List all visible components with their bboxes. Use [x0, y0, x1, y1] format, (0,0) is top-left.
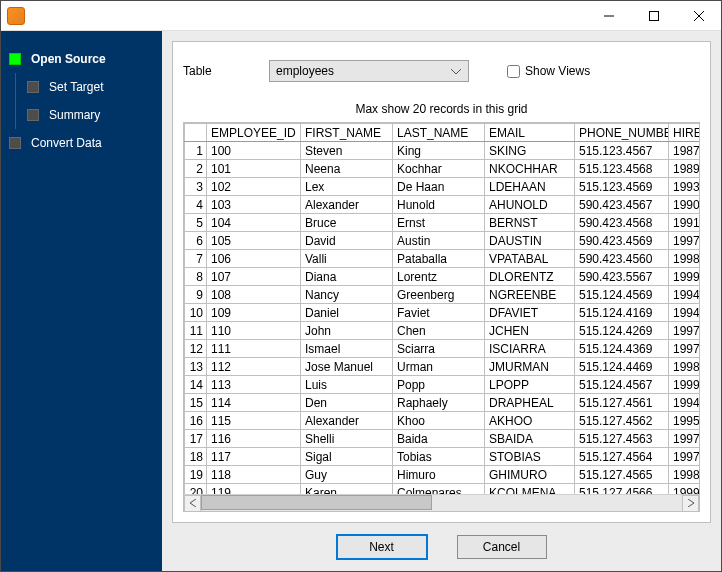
- cell: 590.423.4567: [575, 196, 669, 214]
- cell: 1998-3: [669, 358, 700, 376]
- cell: Karen: [301, 484, 393, 495]
- cell: Hunold: [393, 196, 485, 214]
- cell: Pataballa: [393, 250, 485, 268]
- table-selector-row: Table employees Show Views: [183, 60, 700, 82]
- cell: 105: [207, 232, 301, 250]
- cell: 118: [207, 466, 301, 484]
- column-header[interactable]: PHONE_NUMBER: [575, 124, 669, 142]
- cell: ISCIARRA: [485, 340, 575, 358]
- table-dropdown[interactable]: employees: [269, 60, 469, 82]
- cell: 590.423.4560: [575, 250, 669, 268]
- row-number-cell: 17: [185, 430, 207, 448]
- cell: Greenberg: [393, 286, 485, 304]
- column-header[interactable]: LAST_NAME: [393, 124, 485, 142]
- cell: 107: [207, 268, 301, 286]
- cell: Ismael: [301, 340, 393, 358]
- table-row[interactable]: 16115AlexanderKhooAKHOO515.127.45621995-…: [185, 412, 700, 430]
- cell: John: [301, 322, 393, 340]
- table-row[interactable]: 20119KarenColmenaresKCOLMENA515.127.4566…: [185, 484, 700, 495]
- table-row[interactable]: 11110JohnChenJCHEN515.124.42691997-9: [185, 322, 700, 340]
- row-number-cell: 14: [185, 376, 207, 394]
- table-row[interactable]: 19118GuyHimuroGHIMURO515.127.45651998-1: [185, 466, 700, 484]
- cell: 1999-2: [669, 268, 700, 286]
- wizard-step-0[interactable]: Open Source: [1, 45, 162, 73]
- cell: Bruce: [301, 214, 393, 232]
- table-row[interactable]: 17116ShelliBaidaSBAIDA515.127.45631997-1: [185, 430, 700, 448]
- next-button[interactable]: Next: [337, 535, 427, 559]
- wizard-step-2[interactable]: Summary: [1, 101, 162, 129]
- cell: 117: [207, 448, 301, 466]
- cell: 515.127.4561: [575, 394, 669, 412]
- cell: Sciarra: [393, 340, 485, 358]
- scroll-track[interactable]: [201, 495, 682, 512]
- table-row[interactable]: 3102LexDe HaanLDEHAAN515.123.45691993-1: [185, 178, 700, 196]
- cell: 113: [207, 376, 301, 394]
- table-row[interactable]: 15114DenRaphaelyDRAPHEAL515.127.45611994…: [185, 394, 700, 412]
- cell: Steven: [301, 142, 393, 160]
- cell: DAUSTIN: [485, 232, 575, 250]
- table-row[interactable]: 1100StevenKingSKING515.123.45671987-6: [185, 142, 700, 160]
- cell: Himuro: [393, 466, 485, 484]
- table-row[interactable]: 13112Jose ManuelUrmanJMURMAN515.124.4469…: [185, 358, 700, 376]
- cell: AHUNOLD: [485, 196, 575, 214]
- table-row[interactable]: 10109DanielFavietDFAVIET515.124.41691994…: [185, 304, 700, 322]
- cell: 515.127.4564: [575, 448, 669, 466]
- row-number-cell: 4: [185, 196, 207, 214]
- table-row[interactable]: 4103AlexanderHunoldAHUNOLD590.423.456719…: [185, 196, 700, 214]
- grid-table: EMPLOYEE_IDFIRST_NAMELAST_NAMEEMAILPHONE…: [184, 123, 699, 494]
- scroll-right-button[interactable]: [682, 495, 699, 512]
- wizard-steps-sidebar: Open SourceSet TargetSummaryConvert Data: [1, 31, 162, 571]
- cell: DLORENTZ: [485, 268, 575, 286]
- table-label: Table: [183, 64, 269, 78]
- cell: LDEHAAN: [485, 178, 575, 196]
- column-header[interactable]: EMPLOYEE_ID: [207, 124, 301, 142]
- table-row[interactable]: 6105DavidAustinDAUSTIN590.423.45691997-6: [185, 232, 700, 250]
- wizard-step-1[interactable]: Set Target: [1, 73, 162, 101]
- cell: 1991-5: [669, 214, 700, 232]
- cell: NGREENBE: [485, 286, 575, 304]
- wizard-step-3[interactable]: Convert Data: [1, 129, 162, 157]
- cell: 1997-9: [669, 340, 700, 358]
- column-header[interactable]: HIRE_D: [669, 124, 700, 142]
- table-row[interactable]: 2101NeenaKochharNKOCHHAR515.123.45681989…: [185, 160, 700, 178]
- scroll-thumb[interactable]: [201, 495, 432, 510]
- show-views-checkbox[interactable]: Show Views: [507, 64, 590, 78]
- cell: 590.423.4569: [575, 232, 669, 250]
- cell: 1994-8: [669, 304, 700, 322]
- cell: 115: [207, 412, 301, 430]
- table-row[interactable]: 5104BruceErnstBERNST590.423.45681991-5: [185, 214, 700, 232]
- table-row[interactable]: 8107DianaLorentzDLORENTZ590.423.55671999…: [185, 268, 700, 286]
- cell: 1998-2: [669, 250, 700, 268]
- row-number-cell: 9: [185, 286, 207, 304]
- cell: 515.124.4569: [575, 286, 669, 304]
- cell: DRAPHEAL: [485, 394, 575, 412]
- row-number-cell: 5: [185, 214, 207, 232]
- cell: JMURMAN: [485, 358, 575, 376]
- cell: Neena: [301, 160, 393, 178]
- table-row[interactable]: 12111IsmaelSciarraISCIARRA515.124.436919…: [185, 340, 700, 358]
- scroll-left-button[interactable]: [184, 495, 201, 512]
- show-views-input[interactable]: [507, 65, 520, 78]
- row-number-header[interactable]: [185, 124, 207, 142]
- row-number-cell: 18: [185, 448, 207, 466]
- cell: 119: [207, 484, 301, 495]
- cell: 1999-1: [669, 376, 700, 394]
- cell: 515.127.4563: [575, 430, 669, 448]
- cell: BERNST: [485, 214, 575, 232]
- cell: Raphaely: [393, 394, 485, 412]
- table-row[interactable]: 9108NancyGreenbergNGREENBE515.124.456919…: [185, 286, 700, 304]
- column-header[interactable]: FIRST_NAME: [301, 124, 393, 142]
- close-button[interactable]: [676, 1, 721, 30]
- step-box-icon: [9, 137, 21, 149]
- step-label: Summary: [49, 108, 100, 122]
- minimize-button[interactable]: [586, 1, 631, 30]
- column-header[interactable]: EMAIL: [485, 124, 575, 142]
- horizontal-scrollbar[interactable]: [184, 494, 699, 511]
- table-row[interactable]: 18117SigalTobiasSTOBIAS515.127.45641997-…: [185, 448, 700, 466]
- cell: 109: [207, 304, 301, 322]
- cancel-button[interactable]: Cancel: [457, 535, 547, 559]
- table-row[interactable]: 14113LuisPoppLPOPP515.124.45671999-1: [185, 376, 700, 394]
- table-row[interactable]: 7106ValliPataballaVPATABAL590.423.456019…: [185, 250, 700, 268]
- maximize-button[interactable]: [631, 1, 676, 30]
- cell: Nancy: [301, 286, 393, 304]
